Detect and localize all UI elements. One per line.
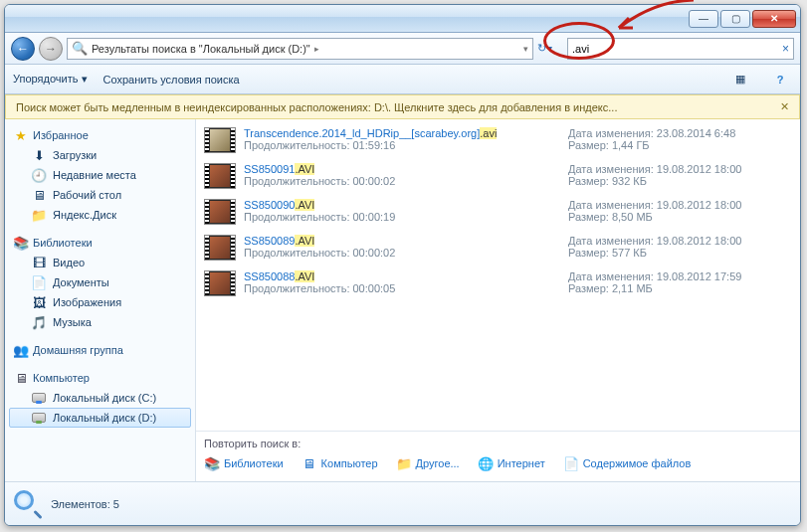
sb-yadisk[interactable]: 📁Яндекс.Диск (9, 205, 191, 225)
status-bar: Элементов: 5 (5, 481, 800, 525)
breadcrumb[interactable]: Результаты поиска в "Локальный диск (D:)… (92, 43, 310, 55)
chevron-right-icon[interactable]: ▸ (314, 44, 319, 54)
sb-video[interactable]: 🎞Видео (9, 253, 191, 272)
drive-icon (31, 390, 47, 406)
sidebar-item-label: Локальный диск (C:) (53, 392, 156, 404)
sidebar-libraries[interactable]: 📚 Библиотеки (9, 233, 191, 253)
link-icon: 🖥 (302, 455, 317, 471)
file-duration: Продолжительность: 00:00:02 (244, 175, 568, 187)
close-button[interactable]: ✕ (752, 10, 796, 28)
file-date: Дата изменения: 23.08.2014 6:48 (568, 127, 792, 139)
folder-icon: 🎵 (31, 314, 47, 330)
libraries-icon: 📚 (13, 235, 29, 251)
result-row[interactable]: SS850091.AVIПродолжительность: 00:00:02Д… (202, 159, 794, 195)
file-date: Дата изменения: 19.08.2012 17:59 (568, 270, 792, 282)
magnifier-icon (13, 489, 43, 519)
refresh-button[interactable]: ↻▾ (537, 42, 563, 55)
link-icon: 🌐 (478, 455, 494, 471)
file-name: SS850089.AVI (244, 235, 568, 247)
sidebar-item-label: Недавние места (53, 169, 136, 181)
again-comp[interactable]: 🖥Компьютер (302, 455, 378, 471)
sb-drive-d[interactable]: Локальный диск (D:) (9, 408, 191, 428)
link-icon: 📚 (204, 455, 220, 471)
search-again-label: Повторить поиск в: (204, 438, 792, 449)
explorer-window: — ▢ ✕ ← → 🔍 Результаты поиска в "Локальн… (4, 4, 801, 526)
sb-downloads[interactable]: ⬇Загрузки (9, 145, 191, 165)
star-icon: ★ (13, 127, 29, 143)
clear-search-button[interactable]: × (782, 42, 789, 56)
video-thumb-icon (204, 199, 236, 225)
sidebar-item-label: Изображения (53, 296, 121, 308)
again-internet[interactable]: 🌐Интернет (478, 455, 545, 471)
sb-pictures[interactable]: 🖼Изображения (9, 292, 191, 312)
sidebar-item-label: Локальный диск (D:) (53, 412, 156, 424)
view-mode-button[interactable]: ▦ (728, 70, 752, 89)
sidebar: ★ Избранное ⬇Загрузки🕘Недавние места🖥Раб… (5, 119, 196, 481)
link-icon: 📁 (396, 455, 412, 471)
sidebar-item-label: Загрузки (53, 149, 97, 161)
file-date: Дата изменения: 19.08.2012 18:00 (568, 199, 792, 211)
folder-icon: 🖥 (31, 187, 47, 203)
file-name: SS850088.AVI (244, 270, 568, 282)
address-bar[interactable]: 🔍 Результаты поиска в "Локальный диск (D… (67, 38, 533, 60)
index-warning-bar[interactable]: Поиск может быть медленным в неиндексиро… (5, 94, 800, 119)
video-thumb-icon (204, 235, 236, 261)
file-duration: Продолжительность: 00:00:05 (244, 282, 568, 294)
sb-drive-c[interactable]: Локальный диск (C:) (9, 388, 191, 408)
file-size: Размер: 1,44 ГБ (568, 139, 792, 151)
titlebar: — ▢ ✕ (5, 5, 800, 33)
organize-menu[interactable]: Упорядочить ▾ (13, 73, 88, 86)
file-name: SS850090.AVI (244, 199, 568, 211)
again-other[interactable]: 📁Другое... (396, 455, 460, 471)
sidebar-homegroup[interactable]: 👥 Домашняя группа (9, 340, 191, 360)
back-button[interactable]: ← (11, 37, 35, 61)
result-row[interactable]: SS850088.AVIПродолжительность: 00:00:05Д… (202, 266, 794, 302)
sidebar-item-label: Музыка (53, 316, 92, 328)
computer-icon: 🖥 (13, 370, 29, 386)
sb-recent[interactable]: 🕘Недавние места (9, 165, 191, 185)
toolbar: Упорядочить ▾ Сохранить условия поиска ▦… (5, 65, 800, 94)
file-duration: Продолжительность: 00:00:02 (244, 247, 568, 259)
video-thumb-icon (204, 127, 236, 153)
sidebar-item-label: Рабочий стол (53, 189, 121, 201)
drive-icon (31, 410, 47, 426)
result-row[interactable]: SS850089.AVIПродолжительность: 00:00:02Д… (202, 231, 794, 266)
file-name: SS850091.AVI (244, 163, 568, 175)
sidebar-item-label: Яндекс.Диск (53, 209, 116, 221)
sb-docs[interactable]: 📄Документы (9, 272, 191, 292)
folder-icon: ⬇ (31, 147, 47, 163)
file-size: Размер: 8,50 МБ (568, 211, 792, 223)
result-row[interactable]: Transcendence.2014_ld_HDRip__[scarabey.o… (202, 123, 794, 159)
search-box[interactable]: × (567, 38, 794, 60)
file-size: Размер: 2,11 МБ (568, 282, 792, 294)
help-button[interactable]: ? (768, 70, 792, 89)
sidebar-computer[interactable]: 🖥 Компьютер (9, 368, 191, 388)
search-again-panel: Повторить поиск в: 📚Библиотеки🖥Компьютер… (196, 431, 800, 481)
result-row[interactable]: SS850090.AVIПродолжительность: 00:00:19Д… (202, 195, 794, 231)
forward-button[interactable]: → (39, 37, 63, 61)
sidebar-item-label: Документы (53, 276, 109, 288)
sb-music[interactable]: 🎵Музыка (9, 312, 191, 332)
save-search-button[interactable]: Сохранить условия поиска (103, 74, 240, 86)
folder-icon: 🖼 (31, 294, 47, 310)
video-thumb-icon (204, 270, 236, 296)
search-input[interactable] (572, 43, 778, 55)
file-name: Transcendence.2014_ld_HDRip__[scarabey.o… (244, 127, 568, 139)
minimize-button[interactable]: — (689, 10, 718, 28)
warning-close-button[interactable]: ✕ (780, 100, 789, 113)
again-libs[interactable]: 📚Библиотеки (204, 455, 284, 471)
results-list: Transcendence.2014_ld_HDRip__[scarabey.o… (196, 119, 800, 431)
link-icon: 📄 (563, 455, 579, 471)
sidebar-favorites[interactable]: ★ Избранное (9, 125, 191, 145)
file-duration: Продолжительность: 01:59:16 (244, 139, 568, 151)
sidebar-item-label: Видео (53, 257, 85, 268)
file-size: Размер: 577 КБ (568, 247, 792, 259)
file-duration: Продолжительность: 00:00:19 (244, 211, 568, 223)
search-location-icon: 🔍 (72, 41, 88, 57)
sb-desktop[interactable]: 🖥Рабочий стол (9, 185, 191, 205)
history-chevron-icon[interactable]: ▾ (523, 44, 528, 54)
main-pane: Transcendence.2014_ld_HDRip__[scarabey.o… (196, 119, 800, 481)
video-thumb-icon (204, 163, 236, 189)
again-contents[interactable]: 📄Содержимое файлов (563, 455, 692, 471)
maximize-button[interactable]: ▢ (720, 10, 750, 28)
